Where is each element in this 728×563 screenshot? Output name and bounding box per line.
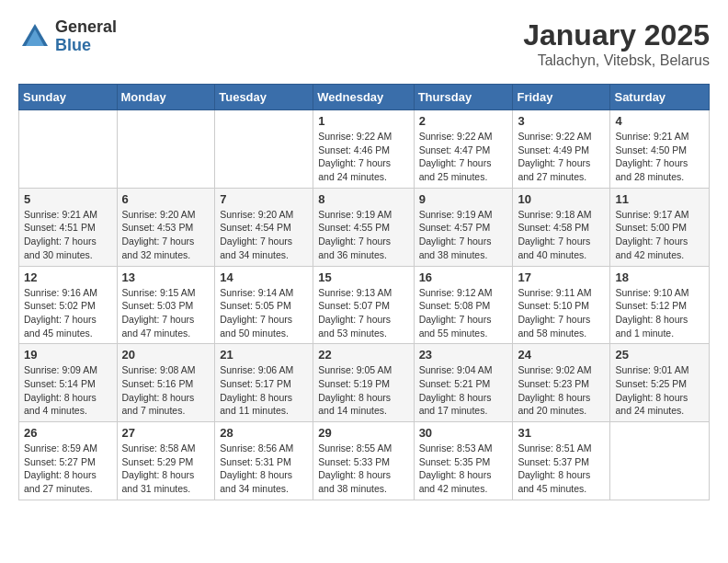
day-number: 13 <box>122 270 210 284</box>
calendar-cell <box>215 110 313 189</box>
calendar-cell: 27Sunrise: 8:58 AM Sunset: 5:29 PM Dayli… <box>117 422 215 500</box>
day-info: Sunrise: 9:09 AM Sunset: 5:14 PM Dayligh… <box>24 363 112 418</box>
weekday-header: Wednesday <box>313 85 414 110</box>
day-number: 2 <box>419 114 508 128</box>
calendar-cell: 1Sunrise: 9:22 AM Sunset: 4:46 PM Daylig… <box>313 110 414 189</box>
day-info: Sunrise: 9:10 AM Sunset: 5:12 PM Dayligh… <box>615 286 704 340</box>
day-number: 17 <box>518 270 605 284</box>
calendar-cell: 31Sunrise: 8:51 AM Sunset: 5:37 PM Dayli… <box>513 422 610 500</box>
weekday-header: Thursday <box>414 85 513 110</box>
day-number: 10 <box>518 192 605 206</box>
day-number: 12 <box>24 270 112 284</box>
day-info: Sunrise: 9:19 AM Sunset: 4:55 PM Dayligh… <box>318 208 408 262</box>
logo-text: General Blue <box>55 18 117 55</box>
day-number: 30 <box>419 426 508 440</box>
calendar-week-row: 1Sunrise: 9:22 AM Sunset: 4:46 PM Daylig… <box>19 110 710 189</box>
calendar-week-row: 12Sunrise: 9:16 AM Sunset: 5:02 PM Dayli… <box>19 266 710 344</box>
day-number: 24 <box>518 348 605 362</box>
calendar-cell: 17Sunrise: 9:11 AM Sunset: 5:10 PM Dayli… <box>513 266 610 344</box>
calendar-cell: 19Sunrise: 9:09 AM Sunset: 5:14 PM Dayli… <box>19 344 118 422</box>
day-info: Sunrise: 9:18 AM Sunset: 4:58 PM Dayligh… <box>518 208 605 262</box>
day-info: Sunrise: 9:19 AM Sunset: 4:57 PM Dayligh… <box>419 208 508 262</box>
day-number: 7 <box>220 192 308 206</box>
calendar-cell: 14Sunrise: 9:14 AM Sunset: 5:05 PM Dayli… <box>215 266 313 344</box>
calendar-cell: 21Sunrise: 9:06 AM Sunset: 5:17 PM Dayli… <box>215 344 313 422</box>
day-number: 11 <box>615 192 704 206</box>
day-number: 3 <box>518 114 605 128</box>
day-number: 5 <box>24 192 112 206</box>
calendar-week-row: 19Sunrise: 9:09 AM Sunset: 5:14 PM Dayli… <box>19 344 710 422</box>
day-number: 18 <box>615 270 704 284</box>
day-info: Sunrise: 9:15 AM Sunset: 5:03 PM Dayligh… <box>122 286 210 340</box>
day-info: Sunrise: 9:21 AM Sunset: 4:50 PM Dayligh… <box>615 130 704 184</box>
day-info: Sunrise: 9:06 AM Sunset: 5:17 PM Dayligh… <box>220 363 308 418</box>
logo-blue-text: Blue <box>55 37 117 55</box>
day-info: Sunrise: 9:22 AM Sunset: 4:47 PM Dayligh… <box>419 130 508 184</box>
calendar-cell: 23Sunrise: 9:04 AM Sunset: 5:21 PM Dayli… <box>414 344 513 422</box>
day-info: Sunrise: 9:12 AM Sunset: 5:08 PM Dayligh… <box>419 286 508 340</box>
weekday-header: Saturday <box>610 85 710 110</box>
day-info: Sunrise: 9:21 AM Sunset: 4:51 PM Dayligh… <box>24 208 112 262</box>
day-info: Sunrise: 9:02 AM Sunset: 5:23 PM Dayligh… <box>518 363 605 418</box>
day-info: Sunrise: 9:22 AM Sunset: 4:49 PM Dayligh… <box>518 130 605 184</box>
calendar-cell: 11Sunrise: 9:17 AM Sunset: 5:00 PM Dayli… <box>610 188 710 266</box>
day-info: Sunrise: 9:20 AM Sunset: 4:53 PM Dayligh… <box>122 208 210 262</box>
calendar-cell: 2Sunrise: 9:22 AM Sunset: 4:47 PM Daylig… <box>414 110 513 189</box>
calendar-cell: 24Sunrise: 9:02 AM Sunset: 5:23 PM Dayli… <box>513 344 610 422</box>
day-info: Sunrise: 9:01 AM Sunset: 5:25 PM Dayligh… <box>615 363 704 418</box>
day-number: 27 <box>122 426 210 440</box>
day-info: Sunrise: 9:11 AM Sunset: 5:10 PM Dayligh… <box>518 286 605 340</box>
day-info: Sunrise: 8:51 AM Sunset: 5:37 PM Dayligh… <box>518 442 605 496</box>
calendar-week-row: 5Sunrise: 9:21 AM Sunset: 4:51 PM Daylig… <box>19 188 710 266</box>
calendar-cell: 8Sunrise: 9:19 AM Sunset: 4:55 PM Daylig… <box>313 188 414 266</box>
logo: General Blue <box>18 18 117 55</box>
month-title: January 2025 <box>523 18 710 52</box>
day-info: Sunrise: 8:56 AM Sunset: 5:31 PM Dayligh… <box>220 442 308 496</box>
day-number: 14 <box>220 270 308 284</box>
calendar-cell <box>19 110 118 189</box>
calendar-cell: 10Sunrise: 9:18 AM Sunset: 4:58 PM Dayli… <box>513 188 610 266</box>
calendar-cell: 12Sunrise: 9:16 AM Sunset: 5:02 PM Dayli… <box>19 266 118 344</box>
weekday-header: Tuesday <box>215 85 313 110</box>
day-number: 19 <box>24 348 112 362</box>
day-number: 16 <box>419 270 508 284</box>
calendar-cell: 28Sunrise: 8:56 AM Sunset: 5:31 PM Dayli… <box>215 422 313 500</box>
day-info: Sunrise: 9:22 AM Sunset: 4:46 PM Dayligh… <box>318 130 408 184</box>
day-number: 9 <box>419 192 508 206</box>
location-subtitle: Talachyn, Vitebsk, Belarus <box>523 52 710 69</box>
calendar-cell: 15Sunrise: 9:13 AM Sunset: 5:07 PM Dayli… <box>313 266 414 344</box>
page-header: General Blue January 2025 Talachyn, Vite… <box>18 18 710 69</box>
calendar-cell: 9Sunrise: 9:19 AM Sunset: 4:57 PM Daylig… <box>414 188 513 266</box>
weekday-header-row: SundayMondayTuesdayWednesdayThursdayFrid… <box>19 85 710 110</box>
calendar-cell: 13Sunrise: 9:15 AM Sunset: 5:03 PM Dayli… <box>117 266 215 344</box>
calendar-cell: 22Sunrise: 9:05 AM Sunset: 5:19 PM Dayli… <box>313 344 414 422</box>
day-number: 25 <box>615 348 704 362</box>
day-number: 1 <box>318 114 408 128</box>
day-info: Sunrise: 9:17 AM Sunset: 5:00 PM Dayligh… <box>615 208 704 262</box>
calendar-cell: 25Sunrise: 9:01 AM Sunset: 5:25 PM Dayli… <box>610 344 710 422</box>
day-number: 21 <box>220 348 308 362</box>
day-number: 8 <box>318 192 408 206</box>
calendar-table: SundayMondayTuesdayWednesdayThursdayFrid… <box>18 84 710 500</box>
logo-icon <box>18 20 51 53</box>
day-info: Sunrise: 9:08 AM Sunset: 5:16 PM Dayligh… <box>122 363 210 418</box>
day-info: Sunrise: 9:13 AM Sunset: 5:07 PM Dayligh… <box>318 286 408 340</box>
calendar-cell: 18Sunrise: 9:10 AM Sunset: 5:12 PM Dayli… <box>610 266 710 344</box>
logo-general-text: General <box>55 18 117 37</box>
day-info: Sunrise: 8:53 AM Sunset: 5:35 PM Dayligh… <box>419 442 508 496</box>
calendar-cell: 30Sunrise: 8:53 AM Sunset: 5:35 PM Dayli… <box>414 422 513 500</box>
calendar-cell: 5Sunrise: 9:21 AM Sunset: 4:51 PM Daylig… <box>19 188 118 266</box>
calendar-cell: 3Sunrise: 9:22 AM Sunset: 4:49 PM Daylig… <box>513 110 610 189</box>
day-info: Sunrise: 8:55 AM Sunset: 5:33 PM Dayligh… <box>318 442 408 496</box>
day-number: 4 <box>615 114 704 128</box>
title-block: January 2025 Talachyn, Vitebsk, Belarus <box>523 18 710 69</box>
day-number: 22 <box>318 348 408 362</box>
calendar-cell: 7Sunrise: 9:20 AM Sunset: 4:54 PM Daylig… <box>215 188 313 266</box>
day-number: 6 <box>122 192 210 206</box>
day-info: Sunrise: 9:04 AM Sunset: 5:21 PM Dayligh… <box>419 363 508 418</box>
day-info: Sunrise: 9:05 AM Sunset: 5:19 PM Dayligh… <box>318 363 408 418</box>
day-number: 15 <box>318 270 408 284</box>
calendar-week-row: 26Sunrise: 8:59 AM Sunset: 5:27 PM Dayli… <box>19 422 710 500</box>
weekday-header: Sunday <box>19 85 118 110</box>
day-info: Sunrise: 9:16 AM Sunset: 5:02 PM Dayligh… <box>24 286 112 340</box>
